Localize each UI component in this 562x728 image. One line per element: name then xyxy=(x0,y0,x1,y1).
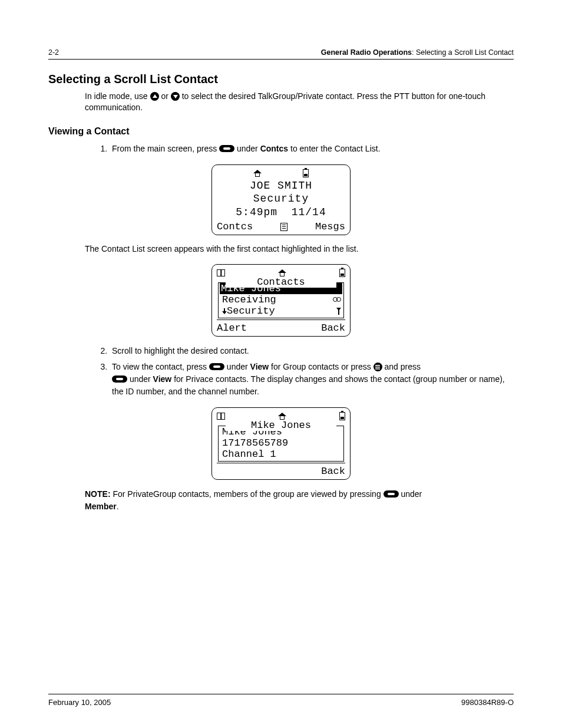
note: NOTE: For PrivateGroup contacts, members… xyxy=(85,488,514,513)
lcd-screen-contact-detail: Mike Jones Mike Jones 17178565789 Channe… xyxy=(211,407,351,480)
home-icon xyxy=(278,413,286,420)
book-icon xyxy=(217,413,225,420)
softkey-icon xyxy=(209,363,224,370)
softkey-icon xyxy=(219,145,234,152)
lcd-softkey-right: Back xyxy=(321,466,345,477)
softkey-icon xyxy=(112,375,127,383)
lcd-row: Security xyxy=(219,305,343,317)
heading-2: Viewing a Contact xyxy=(48,126,514,137)
lcd-screen-contacts: Contacts Mike Jones Receiving Security A… xyxy=(211,264,351,337)
up-arrow-icon xyxy=(150,92,159,101)
header-section: General Radio Operations: Selecting a Sc… xyxy=(321,48,514,57)
page-number: 2-2 xyxy=(48,48,59,57)
lcd-frame-title: Contacts xyxy=(226,276,336,288)
footer-date: February 10, 2005 xyxy=(48,698,111,707)
lcd-contact-name: JOE SMITH xyxy=(217,179,345,193)
lcd-softkey-left: Alert xyxy=(217,322,247,334)
lcd-row: Channel 1 xyxy=(219,449,343,460)
scroll-down-icon xyxy=(222,308,227,314)
battery-icon xyxy=(339,269,345,277)
lcd-group: Security xyxy=(217,192,345,206)
battery-icon xyxy=(339,412,345,420)
footer-docnum: 9980384R89-O xyxy=(461,698,514,707)
step-2: Scroll to highlight the desired contact. xyxy=(110,345,514,357)
battery-icon xyxy=(303,169,309,177)
book-icon xyxy=(217,269,225,276)
lcd-softkey-right: Back xyxy=(321,322,345,334)
lcd-datetime: 5:49pm 11/14 xyxy=(217,206,345,219)
page-footer: February 10, 2005 9980384R89-O xyxy=(48,694,514,707)
paragraph: The Contact List screen appears with the… xyxy=(85,243,514,255)
lcd-row: Receiving xyxy=(219,294,343,305)
lcd-softkey-left: Contcs xyxy=(217,221,253,232)
home-icon xyxy=(278,269,286,276)
heading-1: Selecting a Scroll List Contact xyxy=(48,73,514,86)
step-1: From the main screen, press under Contcs… xyxy=(110,143,514,155)
softkey-icon xyxy=(384,490,399,498)
lcd-softkey-right: Mesgs xyxy=(315,221,345,232)
list-icon xyxy=(280,223,287,231)
menu-icon xyxy=(373,363,382,371)
lcd-frame-title: Mike Jones xyxy=(226,420,336,431)
intro-paragraph: In idle mode, use or to select the desir… xyxy=(85,91,514,113)
down-arrow-icon xyxy=(171,92,180,101)
lcd-row: 17178565789 xyxy=(219,437,343,449)
antenna-icon xyxy=(336,308,341,315)
home-icon xyxy=(253,170,262,177)
lcd-screen-idle: JOE SMITH Security 5:49pm 11/14 Contcs M… xyxy=(211,164,351,236)
page-header: 2-2 General Radio Operations: Selecting … xyxy=(48,48,514,60)
group-icon xyxy=(333,297,341,302)
step-3: To view the contact, press under View fo… xyxy=(110,361,514,398)
